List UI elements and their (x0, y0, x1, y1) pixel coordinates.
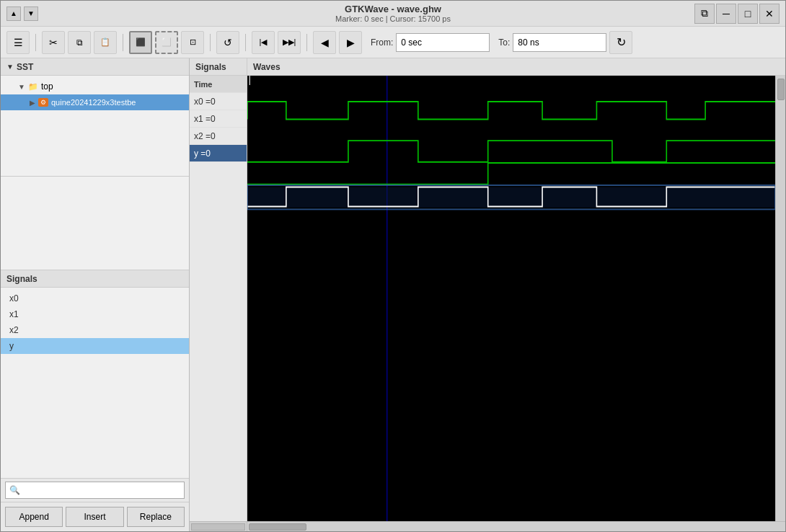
svg-rect-3 (247, 187, 775, 208)
signal-names-col: Time x0 =0 x1 =0 x2 =0 y =0 (190, 76, 247, 521)
signals-panel-header: Signals (1, 270, 189, 288)
tree-item-top[interactable]: ▼ 📁 top (1, 79, 189, 94)
svg-rect-0 (247, 76, 775, 521)
vertical-scrollbar[interactable] (775, 76, 785, 521)
step-forward-btn[interactable]: ▶ (339, 31, 362, 54)
from-label: From: (371, 37, 393, 48)
titlebar-arrows: ▲ ▼ (6, 6, 38, 21)
hscroll-signals (190, 522, 247, 531)
toolbar: ☰ ✂ ⧉ 📋 ⬛ ⬜ ⊡ ↺ |◀ ▶▶| ◀ ▶ From: To: ↻ (1, 27, 785, 58)
signal-label-x0: x0 (9, 293, 19, 303)
maximize-btn[interactable]: □ (738, 4, 758, 24)
sst-header: ▼ SST (1, 58, 189, 76)
restore-btn[interactable]: ⧉ (694, 4, 715, 24)
copy-btn[interactable]: ⧉ (68, 31, 91, 54)
folder-icon-top: 📁 (28, 82, 38, 92)
minimize-btn[interactable]: ─ (716, 4, 736, 24)
signal-label-x1: x1 (9, 309, 19, 319)
signal-item-x0[interactable]: x0 (1, 291, 189, 306)
time-label: Time (194, 80, 212, 89)
entity-icon-quine: ⚙ (38, 98, 48, 107)
x0-label: x0 =0 (194, 97, 216, 107)
arrow-down-btn[interactable]: ▼ (24, 6, 38, 21)
sst-title: SST (17, 62, 33, 72)
hscroll-waves[interactable] (247, 522, 775, 531)
main-area: ▼ SST ▼ 📁 top ▶ ⚙ quine20241229x3testbe (1, 58, 785, 531)
zoom-fit-btn[interactable]: ⊡ (181, 31, 204, 54)
titlebar-controls: ⧉ ─ □ ✕ (694, 4, 780, 24)
close-btn[interactable]: ✕ (759, 4, 780, 24)
separator-1 (35, 34, 36, 51)
sst-spacer (1, 177, 189, 270)
signals-waves-header: Signals Waves (190, 58, 785, 76)
titlebar: ▲ ▼ GTKWave - wave.ghw Marker: 0 sec | C… (1, 1, 785, 27)
refresh-btn[interactable]: ↻ (609, 31, 632, 54)
append-button[interactable]: Append (5, 507, 63, 527)
window-title: GTKWave - wave.ghw (345, 4, 441, 14)
vscroll-thumb[interactable] (777, 79, 785, 100)
signals-col-title: Signals (195, 62, 226, 72)
tree-item-quine[interactable]: ▶ ⚙ quine20241229x3testbe (1, 94, 189, 110)
signal-name-x1[interactable]: x1 =0 (190, 110, 247, 128)
from-input[interactable] (396, 33, 490, 52)
tree-label-top: top (41, 81, 53, 92)
search-area: 🔍 (1, 478, 189, 502)
select-range-btn[interactable]: ⬜ (155, 31, 178, 54)
separator-5 (306, 34, 307, 51)
main-window: ▲ ▼ GTKWave - wave.ghw Marker: 0 sec | C… (0, 0, 786, 532)
x2-label: x2 =0 (194, 131, 216, 141)
scrollbar-row (190, 521, 785, 531)
arrow-up-btn[interactable]: ▲ (6, 6, 21, 21)
window-subtitle: Marker: 0 sec | Cursor: 15700 ps (335, 14, 451, 23)
signal-item-y[interactable]: y (1, 338, 189, 354)
sst-tree: ▼ 📁 top ▶ ⚙ quine20241229x3testbe (1, 76, 189, 177)
to-label: To: (498, 37, 510, 48)
undo-btn[interactable]: ↺ (216, 31, 239, 54)
waves-col-title: Waves (253, 62, 281, 72)
waves-area[interactable] (247, 76, 775, 521)
select-all-btn[interactable]: ⬛ (129, 31, 152, 54)
waves-svg (247, 76, 775, 521)
separator-3 (210, 34, 211, 51)
titlebar-info: GTKWave - wave.ghw Marker: 0 sec | Curso… (335, 4, 451, 23)
x1-label: x1 =0 (194, 114, 216, 124)
signal-label-y: y (9, 341, 14, 351)
tree-arrow-top: ▼ (18, 83, 25, 91)
signal-name-y[interactable]: y =0 (190, 145, 247, 162)
signals-title: Signals (6, 274, 37, 284)
signal-item-x1[interactable]: x1 (1, 306, 189, 322)
signals-waves-area: Signals Waves Time x0 =0 x1 =0 (190, 58, 785, 531)
signals-col-header: Signals (190, 58, 247, 75)
signal-name-x0[interactable]: x0 =0 (190, 93, 247, 110)
search-wrap: 🔍 (5, 482, 185, 499)
step-back-btn[interactable]: ◀ (313, 31, 336, 54)
jump-end-btn[interactable]: ▶▶| (278, 31, 301, 54)
signal-item-x2[interactable]: x2 (1, 322, 189, 338)
insert-button[interactable]: Insert (66, 507, 123, 527)
signal-name-x2[interactable]: x2 =0 (190, 128, 247, 145)
jump-start-btn[interactable]: |◀ (252, 31, 275, 54)
signals-waves-content: Time x0 =0 x1 =0 x2 =0 y =0 (190, 76, 785, 521)
y-label: y =0 (194, 148, 211, 159)
signal-label-x2: x2 (9, 325, 19, 335)
separator-2 (123, 34, 123, 51)
bottom-buttons: Append Insert Replace (1, 502, 189, 531)
search-input[interactable] (5, 482, 185, 499)
tree-arrow-quine: ▶ (30, 99, 35, 107)
signal-name-time: Time (190, 76, 247, 93)
vscroll-spacer (775, 522, 785, 531)
hamburger-menu-btn[interactable]: ☰ (6, 31, 30, 54)
sst-panel: ▼ SST ▼ 📁 top ▶ ⚙ quine20241229x3testbe (1, 58, 190, 531)
cut-btn[interactable]: ✂ (42, 31, 65, 54)
to-input[interactable] (513, 33, 606, 52)
hscroll-thumb-waves[interactable] (249, 523, 306, 531)
waves-col-header: Waves (247, 58, 785, 75)
paste-btn[interactable]: 📋 (94, 31, 117, 54)
signals-list[interactable]: x0 x1 x2 y (1, 288, 189, 478)
sst-collapse-arrow[interactable]: ▼ (6, 63, 14, 71)
tree-label-quine: quine20241229x3testbe (51, 98, 136, 107)
replace-button[interactable]: Replace (127, 507, 185, 527)
separator-4 (245, 34, 246, 51)
hscroll-thumb-signals[interactable] (191, 523, 245, 531)
